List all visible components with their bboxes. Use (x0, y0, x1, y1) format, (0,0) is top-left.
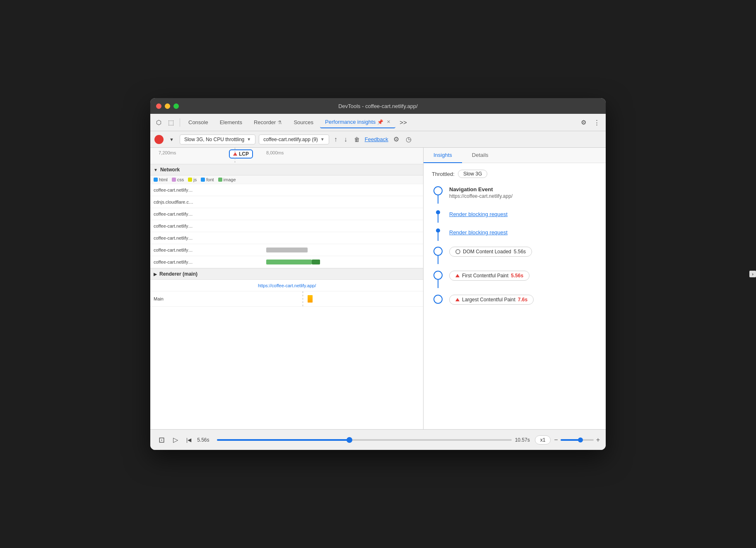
tab-details[interactable]: Details (462, 148, 498, 163)
renderer-collapse-arrow-icon: ▶ (154, 272, 157, 276)
responsive-icon[interactable]: ⬚ (166, 117, 176, 128)
record-dropdown-button[interactable]: ▼ (167, 135, 176, 144)
sep1 (180, 118, 180, 127)
legend-html: html (154, 177, 168, 182)
nav-circle (433, 186, 443, 195)
legend-font: font (201, 177, 214, 182)
event-connector-nav (432, 186, 444, 204)
skip-start-button[interactable]: |◀ (184, 436, 194, 444)
dot-rb1 (436, 210, 440, 214)
traffic-lights (156, 103, 179, 109)
legend-js: js (188, 177, 197, 182)
lcp-warning-icon (233, 152, 237, 156)
tab-performance[interactable]: Performance insights 📌 ✕ (320, 116, 395, 128)
network-section-header[interactable]: ▼ Network (150, 164, 423, 175)
scrubber-thumb[interactable] (347, 437, 352, 443)
zoom-thumb[interactable] (578, 437, 583, 442)
toolbar-right: ⚙ ⋮ (578, 117, 602, 128)
more-tabs-button[interactable]: >> (397, 117, 409, 127)
cursor-icon[interactable]: ⬡ (154, 117, 164, 128)
target-dropdown-arrow-icon: ▼ (320, 137, 325, 142)
image-color-dot (218, 178, 222, 182)
tab-console[interactable]: Console (183, 117, 213, 128)
tab-insights[interactable]: Insights (424, 148, 462, 163)
fcp-badge: First Contentful Paint 5.56s (449, 271, 530, 281)
lcp-warning-icon (455, 298, 460, 301)
upload-button[interactable]: ↑ (332, 134, 339, 145)
legend-css: css (172, 177, 184, 182)
html-color-dot (154, 178, 158, 182)
renderer-url-row[interactable]: https://coffee-cart.netlify.app/ (150, 280, 423, 291)
record-button[interactable] (154, 135, 164, 144)
font-color-dot (201, 178, 205, 182)
renderer-section-header[interactable]: ▶ Renderer (main) (150, 268, 423, 280)
minimize-button[interactable] (165, 103, 170, 109)
target-dropdown[interactable]: coffee-cart.netlify.app (9) ▼ (259, 135, 329, 144)
tab-elements[interactable]: Elements (215, 117, 247, 128)
rb2-details: Render blocking request (444, 228, 597, 236)
dom-badge: DOM Content Loaded 5.56s (449, 247, 532, 257)
lcp-circle (433, 295, 443, 304)
tab-close-icon[interactable]: ✕ (387, 119, 390, 125)
event-navigation: Navigation Event https://coffee-cart.net… (432, 186, 597, 204)
feedback-link[interactable]: Feedback (365, 136, 388, 142)
throttle-badge: Slow 3G (458, 170, 487, 178)
connector-dom (432, 247, 444, 264)
event-render-blocking-2: Render blocking request (432, 228, 597, 241)
play-button[interactable]: ▷ (171, 435, 181, 445)
event-lcp: Largest Contentful Paint 7.6s (432, 295, 597, 305)
network-throttle-dropdown[interactable]: Slow 3G, No CPU throttling ▼ (180, 135, 255, 144)
dom-line (438, 256, 438, 264)
throttle-row: Throttled: Slow 3G (432, 170, 597, 178)
network-row-5[interactable]: coffee-cart.netlify… (150, 232, 423, 244)
network-row-6[interactable]: coffee-cart.netlify… (150, 244, 423, 256)
flame-bar (308, 295, 313, 303)
connector-lcp (432, 295, 444, 304)
connector-rb1 (432, 210, 444, 223)
rb1-details: Render blocking request (444, 210, 597, 218)
network-row-2[interactable]: cdnjs.cloudflare.c… (150, 196, 423, 208)
gear-button[interactable]: ⚙ (392, 134, 401, 145)
line-rb2 (438, 233, 438, 241)
legend-image: image (218, 177, 236, 182)
screenshot-button[interactable]: ⊡ (156, 435, 167, 445)
network-row-3[interactable]: coffee-cart.netlify… (150, 208, 423, 220)
delete-button[interactable]: 🗑 (352, 135, 361, 144)
scrubber[interactable] (217, 439, 512, 441)
left-panel: 7,200ms 8,000ms LCP ▼ Network (150, 148, 424, 429)
right-panel: Insights Details Throttled: Slow 3G (424, 148, 606, 429)
nav-line (438, 195, 438, 204)
bar-area-3 (258, 208, 423, 220)
bar-area-2 (258, 196, 423, 208)
controls-bar: ▼ Slow 3G, No CPU throttling ▼ coffee-ca… (150, 131, 606, 148)
pin-icon: 📌 (377, 119, 383, 125)
zoom-out-button[interactable]: − (554, 436, 558, 444)
scrubber-fill (217, 439, 349, 441)
dom-circle-icon (455, 249, 460, 254)
tab-recorder[interactable]: Recorder ⚗ (249, 117, 287, 128)
network-bar-green (266, 260, 312, 264)
network-row-1[interactable]: coffee-cart.netlify… (150, 184, 423, 196)
speed-badge[interactable]: x1 (535, 435, 551, 445)
network-bar-gray (266, 248, 308, 252)
timeline-dashed-line (303, 291, 303, 306)
dom-details: DOM Content Loaded 5.56s (444, 247, 597, 257)
maximize-button[interactable] (173, 103, 179, 109)
download-button[interactable]: ↓ (342, 134, 349, 145)
event-fcp: First Contentful Paint 5.56s (432, 271, 597, 288)
time-end-label: 10.57s (515, 437, 532, 443)
extra-button[interactable]: ◷ (404, 134, 413, 145)
lcp-marker: LCP (229, 149, 253, 159)
tab-sources[interactable]: Sources (289, 117, 318, 128)
settings-button[interactable]: ⚙ (578, 117, 589, 128)
network-row-4[interactable]: coffee-cart.netlify… (150, 220, 423, 232)
zoom-slider[interactable] (561, 439, 594, 441)
window-title: DevTools - coffee-cart.netlify.app/ (338, 103, 418, 109)
menu-button[interactable]: ⋮ (591, 117, 602, 128)
main-row[interactable]: Main (150, 291, 423, 307)
bar-area-1 (258, 184, 423, 196)
main-row-label: Main (154, 296, 258, 301)
network-row-7[interactable]: coffee-cart.netlify… (150, 256, 423, 268)
close-button[interactable] (156, 103, 161, 109)
zoom-in-button[interactable]: + (596, 436, 600, 444)
